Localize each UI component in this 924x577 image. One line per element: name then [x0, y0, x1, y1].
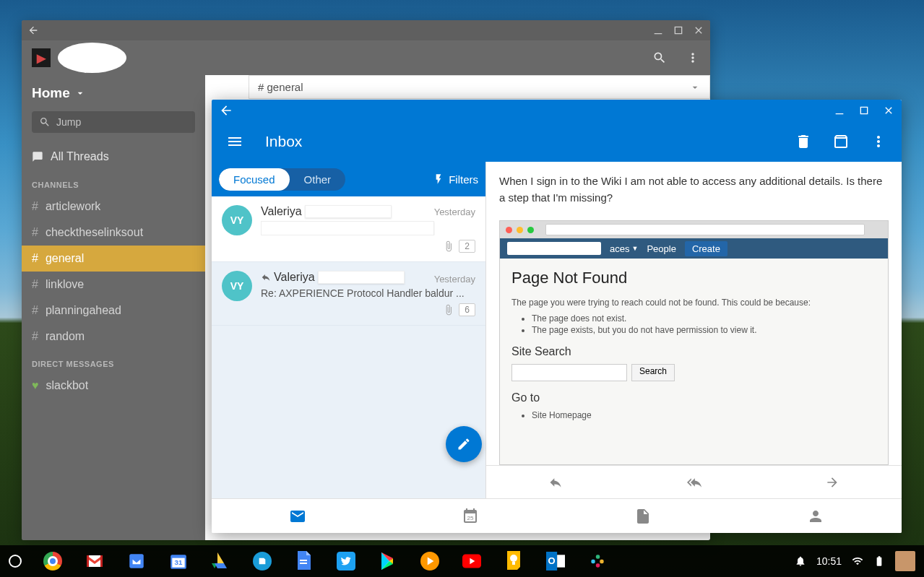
minimize-icon[interactable] [834, 105, 845, 116]
keep-icon[interactable] [504, 552, 523, 571]
wifi-icon[interactable] [852, 555, 863, 567]
lightning-icon [433, 173, 444, 185]
compose-button[interactable] [446, 426, 482, 462]
avatar: VY [222, 271, 252, 301]
slack-header: ▶ [22, 40, 710, 75]
embedded-titlebar [500, 221, 888, 238]
nav-search [507, 242, 601, 255]
maximize-icon[interactable] [858, 105, 870, 116]
taskbar: 31 O 10:51 [0, 545, 924, 577]
email-badge: 6 [459, 303, 475, 316]
outlook-header: Inbox [212, 121, 902, 162]
pencil-icon [457, 437, 471, 451]
home-selector[interactable]: Home [22, 85, 205, 111]
search-icon[interactable] [652, 51, 667, 65]
jump-input[interactable]: Jump [32, 111, 195, 133]
nav-people[interactable] [729, 499, 902, 533]
reply-all-button[interactable] [625, 466, 764, 498]
close-icon[interactable] [883, 105, 894, 116]
delete-icon[interactable] [795, 133, 812, 150]
svg-text:25: 25 [467, 515, 474, 521]
svg-rect-6 [300, 563, 307, 564]
tab-focused[interactable]: Focused [219, 168, 290, 191]
minimize-light [517, 227, 523, 233]
all-threads[interactable]: All Threads [22, 143, 205, 170]
youtube-icon[interactable] [462, 552, 481, 571]
jump-label: Jump [56, 116, 81, 128]
svg-rect-16 [596, 555, 600, 558]
slack-sidebar: Home Jump All Threads CHANNELS #articlew… [22, 75, 205, 540]
outlook-icon[interactable]: O [546, 552, 565, 571]
close-icon[interactable] [693, 25, 704, 36]
docs-icon[interactable] [295, 552, 314, 571]
launcher-button[interactable] [9, 555, 22, 568]
slack-icon[interactable] [588, 552, 607, 571]
hamburger-icon[interactable] [226, 133, 243, 150]
reply-button[interactable] [486, 466, 625, 498]
channels-header: CHANNELS [22, 170, 205, 194]
music-icon[interactable] [420, 552, 439, 571]
reply-icon [261, 272, 271, 282]
svg-rect-17 [600, 560, 603, 563]
channel-checktheselinksout[interactable]: #checktheselinksout [22, 220, 205, 246]
filters-button[interactable]: Filters [433, 173, 478, 186]
svg-rect-18 [596, 563, 600, 567]
channel-articlework[interactable]: #articlework [22, 194, 205, 220]
nav-create: Create [685, 241, 727, 256]
svg-rect-11 [512, 562, 515, 565]
notifications-icon[interactable] [795, 555, 806, 567]
nav-calendar[interactable]: 25 [384, 499, 557, 533]
embedded-nav: aces ▼ People Create [500, 238, 888, 259]
inbox-tabs: Focused Other Filters [212, 162, 485, 196]
close-light [506, 227, 512, 233]
dm-slackbot[interactable]: ♥slackbot [22, 373, 205, 399]
minimize-icon[interactable] [652, 25, 664, 36]
battery-icon[interactable] [873, 555, 885, 567]
svg-rect-5 [300, 560, 307, 561]
inbox-icon[interactable] [127, 552, 146, 571]
more-icon[interactable] [686, 51, 700, 65]
channel-linklove[interactable]: #linklove [22, 272, 205, 298]
files-icon[interactable] [253, 552, 272, 571]
back-icon[interactable] [219, 103, 233, 118]
nav-mail[interactable] [212, 499, 384, 533]
maximize-icon[interactable] [673, 25, 684, 36]
back-icon[interactable] [27, 25, 39, 36]
email-item-2[interactable]: VY Valeriya Yesterday Re: AXPERIENCE Pro… [212, 262, 485, 326]
site-search-heading: Site Search [511, 345, 876, 358]
error-desc: The page you were trying to reach could … [511, 298, 876, 308]
outlook-titlebar [212, 100, 902, 121]
chevron-down-icon [689, 82, 701, 93]
drive-icon[interactable] [211, 552, 230, 571]
clock[interactable]: 10:51 [816, 555, 842, 567]
slack-channel-header[interactable]: # general [249, 75, 710, 99]
calendar-icon[interactable]: 31 [169, 552, 188, 571]
play-store-icon[interactable] [379, 552, 397, 571]
chrome-icon[interactable] [43, 552, 62, 571]
tab-other[interactable]: Other [290, 168, 346, 191]
home-label: Home [32, 85, 70, 101]
email-list: Focused Other Filters VY Valeriya Yester… [212, 162, 486, 498]
nav-people: People [647, 243, 675, 254]
attachment-icon [443, 240, 454, 252]
email-date: Yesterday [434, 207, 475, 217]
embedded-screenshot: aces ▼ People Create Page Not Found The … [499, 220, 889, 465]
twitter-icon[interactable] [337, 552, 355, 571]
forward-button[interactable] [763, 466, 902, 498]
archive-icon[interactable] [832, 133, 850, 150]
user-avatar[interactable] [895, 551, 915, 571]
workspace-logo[interactable]: ▶ [32, 48, 51, 67]
more-icon[interactable] [870, 133, 887, 150]
maximize-light [527, 227, 534, 233]
channel-planningahead[interactable]: #planningahead [22, 298, 205, 324]
outlook-bottomnav: 25 [212, 498, 902, 533]
svg-text:31: 31 [175, 558, 183, 566]
gmail-icon[interactable] [85, 552, 104, 571]
email-item-1[interactable]: VY Valeriya Yesterday 2 [212, 196, 485, 262]
channel-random[interactable]: #random [22, 324, 205, 350]
preview-actions [486, 465, 902, 498]
search-icon [39, 116, 51, 128]
channel-general[interactable]: #general [22, 246, 205, 272]
nav-files[interactable] [557, 499, 730, 533]
goto-homepage: Site Homepage [532, 410, 876, 420]
